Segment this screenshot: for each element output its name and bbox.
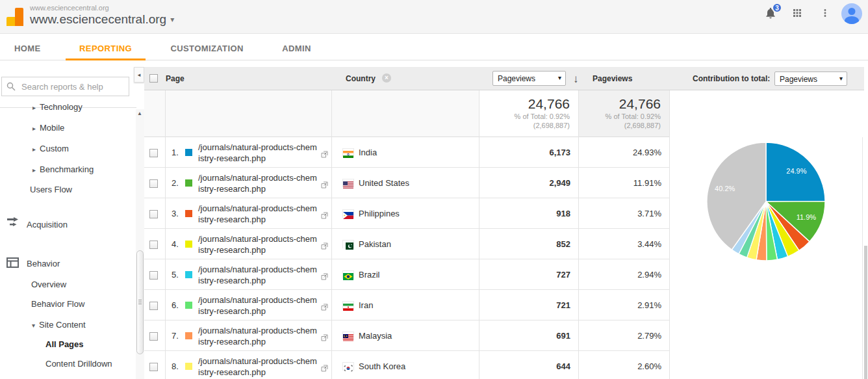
contribution-metric-select[interactable]: Pageviews ▾	[774, 72, 847, 86]
sidebar-item-label: All Pages	[45, 339, 84, 349]
contribution-percentage: 2.79%	[579, 331, 661, 341]
page-path-line1: /journals/natural-products-chem	[198, 325, 323, 336]
sidebar-item-content-drilldown[interactable]: Content Drilldown	[45, 359, 112, 369]
open-page-external-icon[interactable]	[321, 149, 328, 161]
select-all-checkbox[interactable]	[149, 74, 158, 83]
page-path-link[interactable]: /journals/natural-products-chemistry-res…	[198, 356, 323, 378]
top-app-bar: www.esciencecentral.org www.esciencecent…	[0, 0, 868, 34]
contribution-percentage: 3.71%	[579, 209, 661, 218]
open-page-external-icon[interactable]	[321, 210, 328, 222]
column-header-page[interactable]: Page	[166, 74, 185, 83]
column-header-country[interactable]: Country	[346, 74, 376, 83]
page-path-link[interactable]: /journals/natural-products-chemistry-res…	[198, 233, 323, 255]
scroll-up-icon[interactable]: ▲	[137, 111, 142, 116]
analytics-logo-icon[interactable]	[6, 8, 25, 26]
row-checkbox[interactable]	[149, 332, 158, 341]
page-scrollbar-thumb[interactable]	[864, 246, 867, 379]
row-checkbox[interactable]	[149, 363, 158, 371]
contribution-percentage: 2.60%	[579, 361, 661, 371]
sidebar-scrollbar-thumb[interactable]	[136, 250, 144, 354]
apps-grid-icon[interactable]	[791, 7, 803, 19]
property-selector[interactable]: www.esciencecentral.org▾	[30, 12, 174, 27]
table-row: 7./journals/natural-products-chemistry-r…	[144, 320, 669, 351]
property-name: www.esciencecentral.org	[30, 12, 166, 26]
page-path-link[interactable]: /journals/natural-products-chemistry-res…	[198, 142, 323, 164]
sidebar-item-custom[interactable]: ▸Custom	[32, 144, 69, 153]
metric-select[interactable]: Pageviews ▾	[492, 71, 566, 86]
country-name: Philippines	[359, 209, 400, 218]
country-flag-icon	[343, 332, 353, 339]
open-page-external-icon[interactable]	[321, 302, 328, 313]
primary-nav: HOME REPORTING CUSTOMIZATION ADMIN	[0, 34, 868, 60]
contribution-percentage: 11.91%	[579, 178, 661, 188]
row-checkbox[interactable]	[149, 210, 158, 218]
sort-descending-icon[interactable]: ↓	[573, 73, 579, 86]
open-page-external-icon[interactable]	[321, 363, 328, 374]
open-page-external-icon[interactable]	[321, 332, 328, 344]
page-path-link[interactable]: /journals/natural-products-chemistry-res…	[198, 325, 323, 347]
page-path-line2: istry-research.php	[198, 183, 323, 194]
sidebar-item-site-content[interactable]: ▾Site Content	[32, 320, 86, 330]
sidebar-item-users-flow[interactable]: Users Flow	[30, 185, 72, 194]
search-input[interactable]	[1, 77, 129, 96]
row-checkbox[interactable]	[149, 179, 158, 188]
row-checkbox-cell	[149, 332, 158, 343]
chevron-down-icon: ▾	[558, 74, 561, 81]
sidebar-item-technology[interactable]: ▸Technology	[32, 102, 83, 112]
table-row: 5./journals/natural-products-chemistry-r…	[144, 259, 669, 290]
pageviews-value: 721	[479, 300, 570, 310]
tab-home[interactable]: HOME	[1, 34, 55, 60]
avatar[interactable]	[841, 3, 863, 25]
pageviews-value: 644	[479, 361, 570, 371]
sidebar-item-behavior[interactable]: Behavior	[27, 259, 60, 268]
open-page-external-icon[interactable]	[321, 241, 328, 252]
open-page-external-icon[interactable]	[321, 271, 328, 283]
open-page-external-icon[interactable]	[321, 179, 328, 191]
remove-secondary-dimension-icon[interactable]: ×	[382, 73, 391, 83]
column-divider	[479, 90, 479, 379]
sidebar-item-behavior-flow[interactable]: Behavior Flow	[31, 299, 84, 309]
totals-contribution-cell: 24,766 % of Total: 0.92% (2,698,887)	[578, 90, 669, 137]
legend-swatch	[185, 210, 192, 217]
sidebar-item-label: Users Flow	[30, 185, 72, 194]
page-path-line1: /journals/natural-products-chem	[198, 294, 323, 306]
tri-right-icon: ▸	[32, 104, 36, 111]
page-path-link[interactable]: /journals/natural-products-chemistry-res…	[198, 203, 323, 225]
column-header-pageviews[interactable]: Pageviews	[593, 74, 632, 83]
table-row: 6./journals/natural-products-chemistry-r…	[144, 290, 669, 320]
sidebar-item-overview[interactable]: Overview	[31, 280, 66, 289]
table-row: 8./journals/natural-products-chemistry-r…	[144, 351, 669, 379]
tab-admin[interactable]: ADMIN	[268, 34, 325, 60]
row-checkbox-cell	[149, 179, 158, 190]
more-vert-kebab-icon[interactable]	[819, 7, 831, 19]
contribution-percentage: 2.94%	[579, 270, 661, 280]
collapse-sidebar-button[interactable]: ◂	[134, 67, 144, 83]
tab-reporting[interactable]: REPORTING	[66, 34, 146, 60]
sidebar-item-label: Content Drilldown	[45, 359, 112, 369]
sidebar-item-label: Mobile	[40, 123, 64, 133]
sidebar-item-benchmarking[interactable]: ▸Benchmarking	[32, 164, 94, 174]
pageviews-value: 918	[479, 209, 570, 218]
legend-swatch	[185, 179, 192, 187]
row-checkbox[interactable]	[149, 271, 158, 280]
sidebar-item-acquisition[interactable]: Acquisition	[27, 220, 68, 229]
page-path-link[interactable]: /journals/natural-products-chemistry-res…	[198, 264, 323, 286]
page-path-link[interactable]: /journals/natural-products-chemistry-res…	[198, 294, 323, 317]
page-path-link[interactable]: /journals/natural-products-chemistry-res…	[198, 172, 323, 194]
report-main: Page Country × Pageviews ▾ ↓ Pageviews C…	[144, 60, 868, 379]
row-index: 3.	[172, 209, 179, 218]
row-checkbox-cell	[149, 240, 158, 252]
sidebar-item-all-pages[interactable]: All Pages	[45, 339, 84, 349]
row-checkbox[interactable]	[149, 302, 158, 310]
row-checkbox[interactable]	[149, 149, 158, 157]
sidebar-item-mobile[interactable]: ▸Mobile	[32, 123, 64, 133]
page-path-line1: /journals/natural-products-chem	[198, 203, 323, 214]
chevron-down-icon: ▾	[839, 75, 843, 82]
tab-customization[interactable]: CUSTOMIZATION	[157, 34, 257, 60]
totals-pct-of-total: % of Total: 0.92%	[479, 112, 570, 121]
table-row: 2./journals/natural-products-chemistry-r…	[144, 168, 669, 198]
pageviews-pie-chart[interactable]: 24.9%11.9%40.2%	[706, 141, 826, 262]
row-checkbox[interactable]	[149, 241, 158, 249]
column-divider	[165, 90, 166, 379]
tri-right-icon: ▸	[32, 166, 36, 174]
